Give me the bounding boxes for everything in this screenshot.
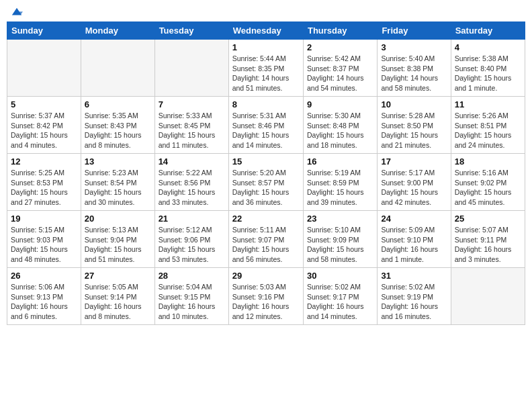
calendar-cell: 13Sunrise: 5:23 AM Sunset: 8:54 PM Dayli… [81,154,154,211]
calendar-cell: 28Sunrise: 5:04 AM Sunset: 9:15 PM Dayli… [154,268,228,325]
calendar-cell: 1Sunrise: 5:44 AM Sunset: 8:35 PM Daylig… [228,40,303,97]
cell-content: Sunrise: 5:11 AM Sunset: 9:07 PM Dayligh… [232,225,300,265]
cell-content: Sunrise: 5:06 AM Sunset: 9:13 PM Dayligh… [11,282,77,322]
cell-content: Sunrise: 5:31 AM Sunset: 8:46 PM Dayligh… [232,111,300,150]
calendar-cell: 10Sunrise: 5:28 AM Sunset: 8:50 PM Dayli… [378,97,451,154]
calendar-cell: 19Sunrise: 5:15 AM Sunset: 9:03 PM Dayli… [7,211,81,268]
calendar-cell: 4Sunrise: 5:38 AM Sunset: 8:40 PM Daylig… [451,40,525,97]
week-row-2: 5Sunrise: 5:37 AM Sunset: 8:42 PM Daylig… [7,97,525,154]
calendar-cell [7,40,81,97]
logo [9,7,23,16]
calendar-table: SundayMondayTuesdayWednesdayThursdayFrid… [7,21,525,325]
day-number: 5 [11,99,77,109]
column-header-friday: Friday [378,22,451,40]
day-number: 13 [85,156,151,167]
cell-content: Sunrise: 5:28 AM Sunset: 8:50 PM Dayligh… [381,111,447,150]
calendar-header-row: SundayMondayTuesdayWednesdayThursdayFrid… [7,22,525,40]
cell-content: Sunrise: 5:40 AM Sunset: 8:38 PM Dayligh… [381,54,447,93]
column-header-sunday: Sunday [7,22,81,40]
calendar-cell: 9Sunrise: 5:30 AM Sunset: 8:48 PM Daylig… [303,97,377,154]
cell-content: Sunrise: 5:44 AM Sunset: 8:35 PM Dayligh… [232,54,300,93]
calendar-cell: 24Sunrise: 5:09 AM Sunset: 9:10 PM Dayli… [378,211,451,268]
cell-content: Sunrise: 5:02 AM Sunset: 9:19 PM Dayligh… [381,282,447,322]
calendar-cell: 22Sunrise: 5:11 AM Sunset: 9:07 PM Dayli… [228,211,303,268]
day-number: 6 [85,99,151,109]
calendar-cell: 18Sunrise: 5:16 AM Sunset: 9:02 PM Dayli… [451,154,525,211]
day-number: 4 [455,42,521,52]
cell-content: Sunrise: 5:42 AM Sunset: 8:37 PM Dayligh… [307,54,373,93]
cell-content: Sunrise: 5:09 AM Sunset: 9:10 PM Dayligh… [381,225,447,265]
day-number: 18 [455,156,521,167]
calendar-cell [81,40,154,97]
calendar-cell: 3Sunrise: 5:40 AM Sunset: 8:38 PM Daylig… [378,40,451,97]
day-number: 30 [307,271,373,281]
day-number: 16 [307,156,373,167]
cell-content: Sunrise: 5:22 AM Sunset: 8:56 PM Dayligh… [159,168,225,208]
day-number: 29 [232,271,300,281]
calendar-cell [154,40,228,97]
calendar-cell: 23Sunrise: 5:10 AM Sunset: 9:09 PM Dayli… [303,211,377,268]
column-header-wednesday: Wednesday [228,22,303,40]
week-row-3: 12Sunrise: 5:25 AM Sunset: 8:53 PM Dayli… [7,154,525,211]
logo-icon [11,7,23,19]
cell-content: Sunrise: 5:17 AM Sunset: 9:00 PM Dayligh… [381,168,447,208]
cell-content: Sunrise: 5:26 AM Sunset: 8:51 PM Dayligh… [455,111,521,150]
page-header [7,7,525,16]
calendar-cell: 25Sunrise: 5:07 AM Sunset: 9:11 PM Dayli… [451,211,525,268]
cell-content: Sunrise: 5:16 AM Sunset: 9:02 PM Dayligh… [455,168,521,208]
day-number: 26 [11,271,77,281]
week-row-1: 1Sunrise: 5:44 AM Sunset: 8:35 PM Daylig… [7,40,525,97]
day-number: 10 [381,99,447,109]
cell-content: Sunrise: 5:38 AM Sunset: 8:40 PM Dayligh… [455,54,521,93]
day-number: 27 [85,271,151,281]
day-number: 31 [381,271,447,281]
calendar-cell: 17Sunrise: 5:17 AM Sunset: 9:00 PM Dayli… [378,154,451,211]
day-number: 28 [159,271,225,281]
calendar-cell: 12Sunrise: 5:25 AM Sunset: 8:53 PM Dayli… [7,154,81,211]
day-number: 19 [11,214,77,224]
calendar-cell: 16Sunrise: 5:19 AM Sunset: 8:59 PM Dayli… [303,154,377,211]
cell-content: Sunrise: 5:35 AM Sunset: 8:43 PM Dayligh… [85,111,151,150]
day-number: 3 [381,42,447,52]
cell-content: Sunrise: 5:04 AM Sunset: 9:15 PM Dayligh… [159,282,225,322]
cell-content: Sunrise: 5:23 AM Sunset: 8:54 PM Dayligh… [85,168,151,208]
cell-content: Sunrise: 5:25 AM Sunset: 8:53 PM Dayligh… [11,168,77,208]
column-header-thursday: Thursday [303,22,377,40]
day-number: 15 [232,156,300,167]
day-number: 21 [159,214,225,224]
calendar-cell: 29Sunrise: 5:03 AM Sunset: 9:16 PM Dayli… [228,268,303,325]
day-number: 7 [159,99,225,109]
calendar-cell: 26Sunrise: 5:06 AM Sunset: 9:13 PM Dayli… [7,268,81,325]
column-header-monday: Monday [81,22,154,40]
day-number: 25 [455,214,521,224]
day-number: 1 [232,42,300,52]
cell-content: Sunrise: 5:12 AM Sunset: 9:06 PM Dayligh… [159,225,225,265]
day-number: 14 [159,156,225,167]
cell-content: Sunrise: 5:37 AM Sunset: 8:42 PM Dayligh… [11,111,77,150]
cell-content: Sunrise: 5:05 AM Sunset: 9:14 PM Dayligh… [85,282,151,322]
day-number: 12 [11,156,77,167]
week-row-5: 26Sunrise: 5:06 AM Sunset: 9:13 PM Dayli… [7,268,525,325]
day-number: 20 [85,214,151,224]
calendar-cell: 30Sunrise: 5:02 AM Sunset: 9:17 PM Dayli… [303,268,377,325]
day-number: 11 [455,99,521,109]
calendar-cell: 27Sunrise: 5:05 AM Sunset: 9:14 PM Dayli… [81,268,154,325]
calendar-cell: 2Sunrise: 5:42 AM Sunset: 8:37 PM Daylig… [303,40,377,97]
day-number: 8 [232,99,300,109]
week-row-4: 19Sunrise: 5:15 AM Sunset: 9:03 PM Dayli… [7,211,525,268]
cell-content: Sunrise: 5:13 AM Sunset: 9:04 PM Dayligh… [85,225,151,265]
day-number: 22 [232,214,300,224]
calendar-cell: 31Sunrise: 5:02 AM Sunset: 9:19 PM Dayli… [378,268,451,325]
cell-content: Sunrise: 5:07 AM Sunset: 9:11 PM Dayligh… [455,225,521,265]
calendar-cell: 21Sunrise: 5:12 AM Sunset: 9:06 PM Dayli… [154,211,228,268]
calendar-cell: 7Sunrise: 5:33 AM Sunset: 8:45 PM Daylig… [154,97,228,154]
calendar-cell [451,268,525,325]
cell-content: Sunrise: 5:10 AM Sunset: 9:09 PM Dayligh… [307,225,373,265]
day-number: 23 [307,214,373,224]
calendar-cell: 8Sunrise: 5:31 AM Sunset: 8:46 PM Daylig… [228,97,303,154]
calendar-cell: 20Sunrise: 5:13 AM Sunset: 9:04 PM Dayli… [81,211,154,268]
day-number: 24 [381,214,447,224]
calendar-cell: 11Sunrise: 5:26 AM Sunset: 8:51 PM Dayli… [451,97,525,154]
cell-content: Sunrise: 5:19 AM Sunset: 8:59 PM Dayligh… [307,168,373,208]
day-number: 17 [381,156,447,167]
